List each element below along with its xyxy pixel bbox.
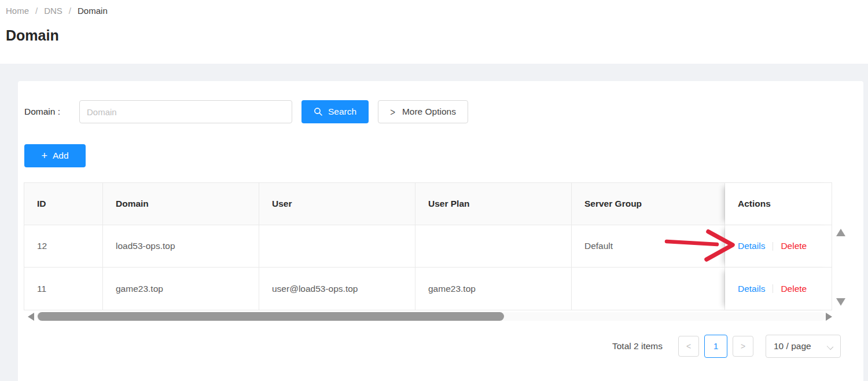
pagination-total: Total 2 items xyxy=(612,341,663,351)
domain-table: ID Domain User User Plan Server Group Ac… xyxy=(24,182,832,310)
breadcrumb-home[interactable]: Home xyxy=(6,6,29,16)
cell-user-plan: game23.top xyxy=(415,268,572,310)
breadcrumb-current: Domain xyxy=(78,6,108,16)
content-card: Domain : Search > More Options + Add xyxy=(18,81,863,381)
details-link[interactable]: Details xyxy=(738,284,765,294)
scroll-down-arrow[interactable] xyxy=(836,298,845,306)
scroll-right-arrow[interactable] xyxy=(826,313,832,321)
cell-id: 12 xyxy=(24,225,103,268)
action-divider xyxy=(773,284,773,293)
breadcrumb-separator: / xyxy=(35,6,38,16)
table-header-row: ID Domain User User Plan Server Group Ac… xyxy=(24,183,832,225)
search-icon xyxy=(314,107,323,116)
delete-link[interactable]: Delete xyxy=(781,284,807,294)
horizontal-scrollbar xyxy=(18,312,863,321)
pagination: Total 2 items < 1 > 10 / page xyxy=(612,335,841,358)
page-size-select[interactable]: 10 / page xyxy=(766,335,841,358)
cell-user: user@load53-ops.top xyxy=(259,268,415,310)
domain-search-input[interactable] xyxy=(79,100,292,123)
scroll-left-arrow[interactable] xyxy=(28,313,34,321)
cell-user-plan xyxy=(415,225,572,268)
plus-icon: + xyxy=(41,151,47,161)
table-row: 11 game23.top user@load53-ops.top game23… xyxy=(24,268,832,310)
pagination-prev-button[interactable]: < xyxy=(678,336,699,357)
action-divider xyxy=(773,242,773,251)
cell-actions: Details Delete xyxy=(725,268,832,310)
page-size-value: 10 / page xyxy=(774,341,811,351)
column-header-server-group: Server Group xyxy=(572,183,725,225)
cell-user xyxy=(259,225,415,268)
more-options-button[interactable]: > More Options xyxy=(378,100,468,123)
domain-filter-label: Domain : xyxy=(24,107,79,117)
chevron-down-icon xyxy=(827,343,833,350)
filter-row: Domain : Search > More Options xyxy=(18,81,863,123)
table-row: 12 load53-ops.top Default Details Delete xyxy=(24,225,832,268)
cell-domain: game23.top xyxy=(103,268,259,310)
pagination-page-1[interactable]: 1 xyxy=(704,335,727,358)
cell-server-group: Default xyxy=(572,225,725,268)
page-header: Home / DNS / Domain Domain xyxy=(0,0,868,64)
screen: Home / DNS / Domain Domain Domain : Sear… xyxy=(0,0,868,381)
more-options-label: More Options xyxy=(402,107,456,117)
pagination-next-button[interactable]: > xyxy=(733,336,753,357)
column-header-domain: Domain xyxy=(103,183,259,225)
breadcrumb: Home / DNS / Domain xyxy=(6,6,868,16)
page-title: Domain xyxy=(6,27,868,44)
delete-link[interactable]: Delete xyxy=(781,241,807,251)
details-link[interactable]: Details xyxy=(738,241,765,251)
scrollbar-track[interactable] xyxy=(36,312,825,321)
cell-server-group xyxy=(572,268,725,310)
cell-domain: load53-ops.top xyxy=(103,225,259,268)
add-button-label: Add xyxy=(53,151,69,161)
search-button[interactable]: Search xyxy=(301,100,369,123)
breadcrumb-separator: / xyxy=(69,6,71,16)
column-header-user-plan: User Plan xyxy=(415,183,572,225)
cell-id: 11 xyxy=(24,268,103,310)
add-button[interactable]: + Add xyxy=(24,144,86,167)
breadcrumb-dns[interactable]: DNS xyxy=(44,6,62,16)
scroll-up-arrow[interactable] xyxy=(836,229,845,236)
search-button-label: Search xyxy=(328,107,356,117)
column-header-id: ID xyxy=(24,183,103,225)
cell-actions: Details Delete xyxy=(725,225,832,268)
column-header-user: User xyxy=(259,183,415,225)
chevron-right-icon: > xyxy=(390,105,395,118)
scrollbar-thumb[interactable] xyxy=(38,312,504,321)
column-header-actions: Actions xyxy=(725,183,832,225)
